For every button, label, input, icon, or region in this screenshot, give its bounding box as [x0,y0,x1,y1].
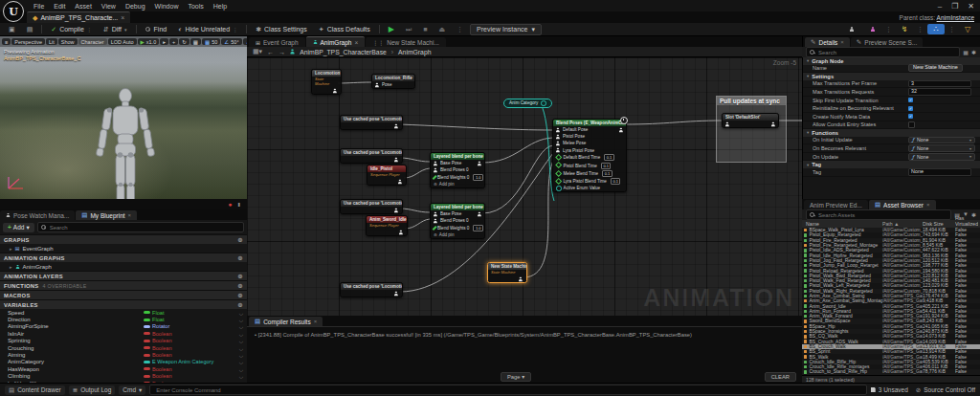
pose-pin-icon[interactable] [556,142,560,146]
add-macro-icon[interactable]: ⊕ [237,292,243,299]
add-graph-icon[interactable]: ⊕ [237,236,243,244]
lod-dropdown[interactable]: LOD Auto [108,38,137,45]
debug-mesh-button[interactable] [864,24,881,34]
blend-pose-pin-icon[interactable] [434,219,437,224]
compile-success-message[interactable]: [2341.88] Compile of AnimBP_TPS_Characte… [247,327,802,342]
close-icon[interactable]: × [840,39,844,45]
item-anim-graph[interactable]: ▸ AnimGraph [0,262,247,271]
perspective-dropdown[interactable]: Perspective [11,38,45,45]
pose-out-pin-icon[interactable] [333,88,337,93]
comment-node[interactable]: Pull updates at sync [716,96,787,163]
tab-anim-graph[interactable]: AnimGraph × [306,36,366,47]
settings-gear-icon[interactable]: ✱ [971,49,976,55]
category-functions[interactable]: Functions [803,129,980,137]
tab-asset-browser[interactable]: ▤ Asset Browser × [869,200,936,209]
pose-pin-icon[interactable] [556,148,560,153]
scale-tool-icon[interactable]: ▦ [190,38,201,45]
options-dots-icon[interactable]: ⋮ [885,26,892,33]
search-input[interactable] [50,225,240,231]
variable-visibility-icon[interactable]: ◡ [232,331,243,337]
variable-row[interactable]: DirectionFloat◡ [0,316,247,322]
add-animation-layer-icon[interactable]: ⊕ [237,273,243,280]
class-defaults-button[interactable]: ✦ Class Defaults [314,25,375,34]
pose-out-pin-icon[interactable] [398,179,402,184]
node-blend-poses-enum[interactable]: Blend Poses (E_WeaponAnimCategory) Defau… [552,119,627,192]
console-command-field[interactable] [149,385,866,395]
pose-out-pin-icon[interactable] [519,276,523,281]
pose-pin-icon[interactable] [725,121,729,126]
pose-out-pin-icon[interactable] [478,211,481,216]
pose-out-pin-icon[interactable] [394,123,398,128]
menu-asset[interactable]: Asset [70,3,97,10]
tab-new-state-machine[interactable]: ⋮⋮ New State Machi... [366,37,446,47]
pose-out-pin-icon[interactable] [394,157,398,162]
menu-help[interactable]: Help [209,3,232,10]
frame-skip-button[interactable]: ⏭ [401,25,416,34]
float-pin-icon[interactable] [555,154,563,162]
node-layered-blend-2[interactable]: Layered blend per bone Base Pose Blend P… [430,203,485,239]
node-use-cached-pose-4[interactable]: Use cached pose 'Locomotion_Rifle' [340,282,403,297]
close-button[interactable]: ✕ [968,2,974,11]
add-variable-icon[interactable]: ⊕ [237,301,243,309]
blend-pose-pin-icon[interactable] [434,168,437,173]
function-binding-dropdown[interactable]: ƒNone▾ [908,137,975,144]
pin-value[interactable]: 0.1 [604,154,614,161]
content-drawer-button[interactable]: ▤ Content Drawer [5,385,65,395]
expander-icon[interactable]: ▸ [10,264,12,270]
section-animation-layers[interactable]: ANIMATION LAYERS ⊕ [0,271,247,280]
tab-pose-watch-manager[interactable]: Pose Watch Mana... [0,210,75,220]
variable-visibility-icon[interactable]: ◡ [232,310,243,316]
tab-my-blueprint[interactable]: ▤ My Blueprint × [76,210,137,220]
variable-visibility-icon[interactable]: ◡ [232,317,243,322]
variable-row[interactable]: IsInAirBoolean◡ [0,330,247,337]
compile-options-icon[interactable]: ⋮ [87,27,92,33]
item-event-graph[interactable]: ▸ ⊞ EventGraph [0,244,247,253]
number-field[interactable]: 3 [908,80,971,88]
pin-value[interactable]: 0.1 [601,163,612,169]
node-anim-category-variable[interactable]: Anim Category [503,99,552,108]
pose-pin-icon[interactable] [556,127,560,132]
pose-out-pin-icon[interactable] [619,127,623,132]
tab-compiler-results[interactable]: ▤ Compiler Results × [249,317,323,326]
category-settings[interactable]: Settings [803,73,980,80]
base-pose-pin-icon[interactable] [434,211,437,216]
options-dots-icon[interactable]: ⋮ [917,26,924,33]
asset-row[interactable]: Crouch_to_Stand_Rifle_Hip/All/Game/TPS_G… [802,369,980,374]
node-new-state-machine[interactable]: New State Machine State Machine [487,262,527,283]
category-tag[interactable]: Tag [803,161,980,168]
details-search[interactable] [806,47,960,57]
variable-row[interactable]: HasWeaponBoolean◡ [0,365,247,372]
class-settings-button[interactable]: ✱ Class Settings [251,25,312,34]
section-animation-graphs[interactable]: ANIMATION GRAPHS ⊕ [0,253,247,262]
variable-row[interactable]: AimingBoolean◡ [0,351,247,358]
pin-value[interactable]: 1.0 [473,225,483,231]
node-layered-blend-1[interactable]: Layered blend per bone Base Pose Blend P… [430,152,485,188]
pose-out-pin-icon[interactable] [771,121,775,126]
asset-search[interactable] [806,209,951,220]
enum-pin-icon[interactable] [556,186,562,191]
float-pin-icon[interactable] [432,226,436,231]
tab-animbp-asset[interactable]: ◆ AnimBP_TPS_Characte... × [27,11,130,23]
anim-graph-canvas[interactable]: Zoom -5 Pull updates at sync [247,57,802,316]
float-pin-icon[interactable] [555,169,563,177]
move-tool-icon[interactable]: + [169,38,178,45]
tab-preview-scene-settings[interactable]: ✎ Preview Scene S... [851,37,923,47]
viewport-menu-icon[interactable]: ≡ [2,38,11,45]
section-variables[interactable]: VARIABLES ⊕ [0,299,247,309]
close-tab-icon[interactable]: × [121,14,124,21]
nav-back-icon[interactable]: ← [267,49,274,55]
debug-preview-button[interactable]: ▽ [959,24,976,34]
number-field[interactable]: 32 [908,88,971,96]
variable-visibility-icon[interactable]: ◡ [232,345,243,351]
expander-icon[interactable]: ▸ [10,246,12,252]
options-dots-icon[interactable]: ⋮ [948,26,955,33]
pause-icon[interactable]: ‖ [238,202,241,208]
graph-menu-icon[interactable]: ▦▾ [253,48,262,55]
menu-window[interactable]: Window [150,3,184,10]
variable-row[interactable]: ClimbingBoolean◡ [0,373,247,380]
checkbox[interactable]: ✓ [908,106,913,111]
add-pin-button[interactable]: ⊕Add pin [431,182,484,187]
diff-button[interactable]: ⇵ Diff ▾ [99,25,132,34]
my-blueprint-search[interactable] [37,222,244,232]
stop-button[interactable]: ■ [418,25,432,33]
